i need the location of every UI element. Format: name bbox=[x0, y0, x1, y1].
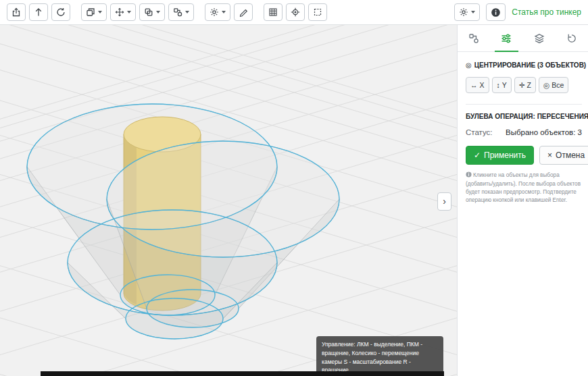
frame-button[interactable] bbox=[308, 3, 327, 21]
toolbar-left bbox=[7, 3, 327, 21]
arrow-up-button[interactable] bbox=[29, 3, 48, 21]
settings-dropdown-button-right[interactable] bbox=[454, 3, 480, 21]
history-icon bbox=[566, 33, 577, 44]
duplicate-icon bbox=[144, 7, 153, 17]
apply-button[interactable]: ✓ Применить bbox=[466, 146, 534, 165]
tab-structure[interactable] bbox=[458, 25, 490, 51]
copy-icon bbox=[86, 7, 95, 17]
caret-down-icon bbox=[156, 11, 160, 14]
centering-title: ◎ ЦЕНТРИРОВАНИЕ (3 ОБЪЕКТОВ) bbox=[466, 61, 582, 69]
bullseye-icon: ◎ bbox=[466, 61, 472, 69]
arrow-up-icon bbox=[34, 7, 43, 17]
bottom-bar bbox=[41, 371, 444, 376]
settings-dropdown-button[interactable] bbox=[205, 3, 230, 21]
refresh-icon bbox=[56, 7, 66, 17]
status-row: Статус: Выбрано объектов: 3 bbox=[466, 128, 582, 136]
toolbar-right: Статья про тинкер bbox=[454, 3, 581, 21]
cancel-button[interactable]: × Отмена bbox=[539, 146, 588, 165]
tab-history[interactable] bbox=[556, 25, 588, 51]
tab-adjust[interactable] bbox=[490, 25, 522, 51]
toolbar-group-view bbox=[264, 3, 327, 21]
status-label: Статус: bbox=[466, 128, 493, 136]
axis-buttons: ↔ X ↕ Y ✛ Z ◎ Все bbox=[466, 77, 582, 93]
center-y-button[interactable]: ↕ Y bbox=[492, 77, 512, 93]
axis-x-icon: ↔ bbox=[470, 81, 478, 89]
caret-down-icon bbox=[127, 11, 131, 14]
layers-icon bbox=[534, 33, 545, 44]
axis-all-icon: ◎ bbox=[543, 81, 549, 89]
sidebar-collapse-button[interactable]: › bbox=[437, 192, 451, 211]
toolbar-group-file bbox=[7, 3, 70, 21]
sidebar-tabs bbox=[458, 25, 588, 52]
toolbar-group-edit bbox=[81, 3, 194, 21]
gear-icon bbox=[459, 7, 468, 17]
duplicate-dropdown-button[interactable] bbox=[139, 3, 165, 21]
scene-canvas[interactable] bbox=[0, 25, 457, 376]
sidebar-content: ◎ ЦЕНТРИРОВАНИЕ (3 ОБЪЕКТОВ) ↔ X ↕ Y ✛ Z bbox=[458, 52, 588, 211]
status-value: Выбрано объектов: 3 bbox=[506, 128, 582, 136]
export-button[interactable] bbox=[7, 3, 26, 21]
help-text: Кликните на объекты для выбора (добавить… bbox=[466, 171, 582, 205]
top-toolbar: Статья про тинкер bbox=[0, 0, 588, 25]
info-icon bbox=[491, 7, 501, 18]
info-circle-icon bbox=[466, 171, 472, 180]
center-z-button[interactable]: ✛ Z bbox=[514, 77, 536, 93]
export-icon bbox=[11, 7, 21, 17]
caret-down-icon bbox=[222, 11, 226, 14]
caret-down-icon bbox=[98, 11, 102, 14]
controls-tooltip: Управление: ЛКМ - выделение, ПКМ - враще… bbox=[316, 336, 443, 376]
centering-title-text: ЦЕНТРИРОВАНИЕ (3 ОБЪЕКТОВ) bbox=[474, 61, 586, 69]
grid-button[interactable] bbox=[264, 3, 283, 21]
boolean-title: БУЛЕВА ОПЕРАЦИЯ: ПЕРЕСЕЧЕНИЯ bbox=[466, 113, 582, 120]
app-root: Статья про тинкер bbox=[0, 0, 588, 376]
caret-down-icon bbox=[185, 11, 189, 14]
pen-button[interactable] bbox=[234, 3, 253, 21]
grid-icon bbox=[268, 7, 278, 17]
workspace: Управление: ЛКМ - выделение, ПКМ - враще… bbox=[0, 25, 588, 376]
refresh-button[interactable] bbox=[51, 3, 70, 21]
target-button[interactable] bbox=[286, 3, 305, 21]
section-divider bbox=[466, 104, 582, 105]
caret-down-icon bbox=[471, 11, 475, 14]
gear-icon bbox=[210, 7, 219, 17]
objects-icon bbox=[173, 7, 182, 17]
copy-dropdown-button[interactable] bbox=[81, 3, 107, 21]
check-icon: ✓ bbox=[474, 151, 481, 160]
target-icon bbox=[291, 7, 300, 17]
info-button[interactable] bbox=[486, 3, 506, 21]
move-icon bbox=[115, 7, 124, 17]
boolean-actions: ✓ Применить × Отмена bbox=[466, 146, 582, 165]
axis-z-icon: ✛ bbox=[519, 81, 525, 89]
tab-layers[interactable] bbox=[523, 25, 556, 51]
structure-icon bbox=[468, 33, 479, 44]
objects-dropdown-button[interactable] bbox=[168, 3, 194, 21]
center-x-button[interactable]: ↔ X bbox=[466, 77, 489, 93]
toolbar-group-tools bbox=[205, 3, 253, 21]
sliders-icon bbox=[501, 33, 512, 44]
center-all-button[interactable]: ◎ Все bbox=[539, 77, 568, 93]
pen-icon bbox=[239, 7, 248, 17]
move-dropdown-button[interactable] bbox=[110, 3, 136, 21]
frame-icon bbox=[313, 7, 322, 17]
article-link[interactable]: Статья про тинкер bbox=[512, 7, 581, 17]
close-icon: × bbox=[547, 151, 552, 160]
viewport-3d[interactable]: Управление: ЛКМ - выделение, ПКМ - враще… bbox=[0, 25, 457, 376]
sidebar: ◎ ЦЕНТРИРОВАНИЕ (3 ОБЪЕКТОВ) ↔ X ↕ Y ✛ Z bbox=[457, 25, 588, 376]
cone-shapes[interactable] bbox=[27, 104, 339, 339]
axis-y-icon: ↕ bbox=[497, 81, 500, 89]
